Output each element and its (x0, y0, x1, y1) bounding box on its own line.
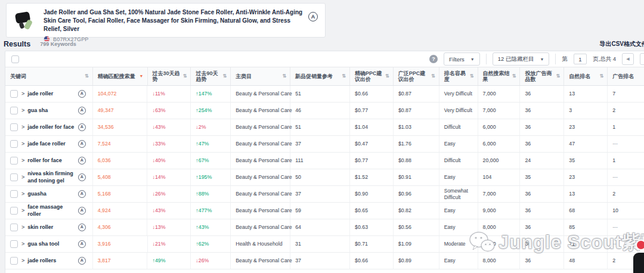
column-label: 关键词 (10, 73, 26, 79)
cell-keyword: >face massage rollerA (5, 203, 93, 219)
expand-row-chevron-icon[interactable]: > (21, 107, 24, 114)
amazon-badge-icon[interactable]: A (78, 90, 86, 98)
amazon-badge-icon[interactable]: A (78, 257, 86, 265)
cell-broad_ppc: $0.82 (394, 203, 439, 219)
table-row: >guashaA5,168↓26%↑88%Beauty & Personal C… (5, 186, 644, 203)
cell-ad_rank: 2 (608, 186, 644, 202)
export-csv-link[interactable]: 导出CSV格式文件 (599, 40, 644, 48)
help-icon[interactable]: ? (429, 55, 438, 63)
expand-row-chevron-icon[interactable]: > (21, 91, 24, 97)
cell-trend90: ↑147% (191, 86, 231, 102)
column-header-trend90[interactable]: 过去90天趋势⇅ (191, 67, 231, 85)
amazon-badge-icon[interactable]: A (78, 107, 86, 114)
column-header-exact_ppc[interactable]: 精确PPC建议出价⇅ (350, 67, 394, 85)
cell-promo: 51 (290, 119, 350, 135)
amazon-badge-icon[interactable]: A (78, 157, 86, 165)
row-checkbox[interactable] (10, 224, 18, 231)
sort-icon[interactable]: ⇅ (183, 73, 187, 79)
cell-trend90: ↑47% (191, 136, 231, 152)
keyword-text: skin roller (27, 224, 75, 231)
expand-row-chevron-icon[interactable]: > (21, 207, 24, 214)
sort-icon[interactable]: ⇅ (599, 73, 603, 79)
column-label: 精确匹配搜索量 (98, 73, 135, 79)
cell-trend90: ↑195% (191, 169, 231, 185)
expand-row-chevron-icon[interactable]: > (21, 174, 24, 181)
hidden-columns-dropdown[interactable]: 12 已隐藏栏目 ▼ (493, 52, 550, 66)
amazon-badge-icon[interactable]: A (78, 173, 86, 181)
cell-exact_ppc: $0.65 (350, 203, 394, 219)
next-page-button[interactable]: ▶ (640, 53, 644, 65)
sort-icon[interactable]: ⇅ (342, 73, 346, 79)
prev-page-button[interactable]: ◀ (622, 53, 634, 65)
sort-icon[interactable]: ⇅ (282, 73, 286, 79)
sort-icon[interactable]: ⇅ (85, 73, 89, 79)
row-checkbox[interactable] (10, 123, 18, 131)
sort-icon[interactable]: ⇅ (470, 73, 474, 79)
amazon-badge-icon[interactable]: A (78, 123, 86, 131)
expand-row-chevron-icon[interactable]: > (21, 124, 24, 131)
cell-ad_products: 36 (520, 86, 564, 102)
expand-row-chevron-icon[interactable]: > (21, 224, 24, 231)
column-header-organic_rank[interactable]: 自然排名⇅ (564, 67, 608, 85)
amazon-badge-icon[interactable]: A (78, 240, 86, 248)
cell-exact_ppc: $1.52 (350, 169, 394, 185)
select-all-checkbox[interactable] (11, 55, 19, 63)
column-header-ad_products[interactable]: 投放广告商品数⇅ (520, 67, 564, 85)
column-header-keyword[interactable]: 关键词⇅ (5, 67, 93, 85)
trend-up-value: ↑67% (196, 157, 209, 164)
cell-organic_results: 20,000 (478, 153, 521, 169)
column-header-trend30[interactable]: 过去30天趋势⇅ (148, 67, 191, 85)
sort-icon[interactable]: ⇅ (385, 73, 389, 79)
sort-icon[interactable]: ⇅ (512, 73, 516, 79)
expand-row-chevron-icon[interactable]: > (21, 258, 24, 264)
expand-row-chevron-icon[interactable]: > (21, 241, 24, 247)
cell-organic_rank: 35 (564, 153, 608, 169)
column-header-promo[interactable]: 新品促销量参考⇅ (290, 67, 350, 85)
cell-category: Beauty & Personal Care (231, 253, 290, 269)
row-checkbox[interactable] (10, 90, 18, 98)
trend-up-value: ↑49% (152, 258, 165, 264)
amazon-badge-icon[interactable]: A (78, 207, 86, 215)
row-checkbox[interactable] (10, 107, 18, 114)
cell-organic_rank: 68 (564, 203, 608, 219)
table-controls: ? Filters ▼ 12 已隐藏栏目 ▼ 第 页,总共 4 ◀ ▶ (5, 51, 644, 67)
column-header-ease[interactable]: 排名容易度⇅ (439, 67, 478, 85)
row-checkbox[interactable] (10, 173, 18, 181)
cell-promo: 50 (290, 169, 350, 185)
amazon-badge-icon[interactable]: A (78, 190, 86, 198)
row-checkbox[interactable] (10, 257, 18, 265)
column-header-category[interactable]: 主类目⇅ (231, 67, 290, 85)
expand-row-chevron-icon[interactable]: > (21, 141, 24, 147)
cell-promo: 46 (290, 103, 350, 119)
row-checkbox[interactable] (10, 240, 18, 248)
cell-broad_ppc: $0.96 (394, 186, 439, 202)
amazon-badge-icon[interactable]: A (78, 224, 86, 231)
cell-trend30: ↓40% (147, 153, 191, 169)
column-header-broad_ppc[interactable]: 广泛PPC建议出价⇅ (394, 67, 439, 85)
row-checkbox[interactable] (10, 190, 18, 198)
expand-row-chevron-icon[interactable]: > (21, 191, 24, 197)
cell-volume: 49,347 (93, 103, 148, 119)
sort-icon[interactable]: ⇅ (223, 73, 227, 79)
sort-icon[interactable]: ⇅ (431, 73, 435, 79)
filters-dropdown[interactable]: Filters ▼ (444, 52, 480, 66)
row-checkbox[interactable] (10, 207, 18, 215)
floating-chat-widget[interactable] (633, 253, 644, 273)
cell-promo: 51 (290, 86, 350, 102)
column-header-organic_results[interactable]: 自然搜索结果⇅ (478, 67, 521, 85)
expand-row-chevron-icon[interactable]: > (21, 157, 24, 164)
amazon-circle-a-icon[interactable]: A (308, 12, 318, 21)
sort-desc-icon[interactable]: ▼ (140, 74, 144, 79)
amazon-badge-icon[interactable]: A (78, 140, 86, 148)
column-header-volume[interactable]: 精确匹配搜索量▼ (93, 67, 148, 85)
page-input[interactable] (574, 54, 587, 64)
row-checkbox[interactable] (10, 140, 18, 148)
cell-broad_ppc: $1.03 (394, 119, 439, 135)
cell-ad_products: 36 (520, 219, 564, 235)
sort-icon[interactable]: ⇅ (556, 73, 561, 79)
column-header-ad_rank[interactable]: 广告排名⇅ (608, 67, 644, 85)
trend-up-value: ↑477% (196, 207, 212, 214)
column-label: 精确PPC建议出价 (355, 70, 384, 83)
row-checkbox[interactable] (10, 157, 18, 165)
table-row: >face massage rollerA4,924↓43%↑477%Beaut… (5, 203, 644, 219)
